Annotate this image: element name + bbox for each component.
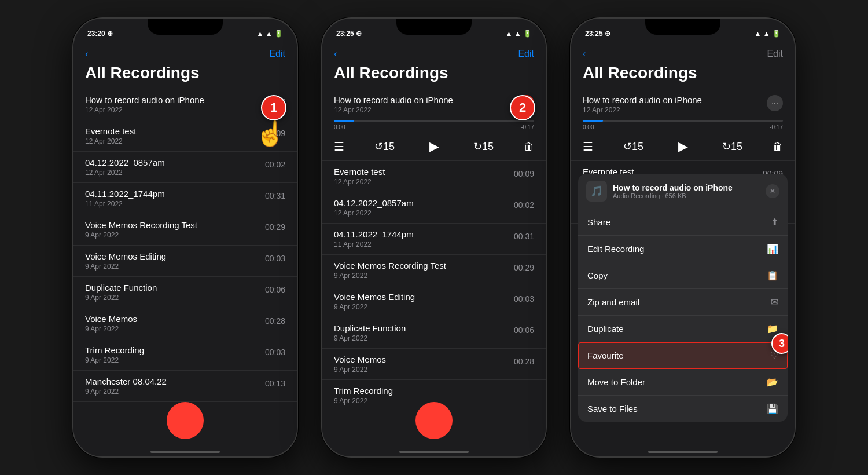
context-menu-subtitle: Audio Recording · 656 KB <box>613 192 733 199</box>
back-button-2[interactable]: ‹ <box>334 49 337 59</box>
play-button[interactable]: ▶ <box>425 137 443 156</box>
phone-3-frame: 23:25 ⊕ ▲ ▲ 🔋 ‹ Edit All Recordings How … <box>570 17 796 458</box>
status-icons-1: ▲ ▲ 🔋 <box>257 30 283 38</box>
status-time-2: 23:25 ⊕ <box>336 30 362 38</box>
context-menu-title: How to record audio on iPhone <box>613 183 733 192</box>
record-button-area-1 <box>73 402 297 445</box>
home-indicator-1 <box>150 451 220 453</box>
more-options-button-3[interactable]: ··· <box>767 95 783 111</box>
waveform: 0:00 -0:17 <box>322 118 546 133</box>
phone-1-frame: 23:20 ⊕ ▲ ▲ 🔋 ‹ Edit All Recordings 1 ☝ … <box>72 17 298 458</box>
step-badge-3: 3 <box>771 333 788 354</box>
page-title-2: All Recordings <box>322 61 546 89</box>
phone-2: 23:25 ⊕ ▲ ▲ 🔋 ‹ Edit All Recordings 2 Ho… <box>321 17 547 458</box>
record-button-1[interactable] <box>167 402 204 439</box>
playback-controls: ☰ ↺15 ▶ ↻15 🗑 <box>322 133 546 160</box>
edit-button-2[interactable]: Edit <box>518 49 534 59</box>
list-item[interactable]: Manchester 08.04.22 9 Apr 2022 00:13 <box>73 371 297 402</box>
play-button-3[interactable]: ▶ <box>674 137 692 156</box>
list-item[interactable]: Voice Memos 9 Apr 2022 00:28 <box>73 308 297 339</box>
list-item[interactable]: Evernote test 12 Apr 2022 00:09 <box>322 161 546 192</box>
home-indicator-2 <box>399 451 469 453</box>
status-icons-2: ▲ ▲ 🔋 <box>506 30 532 38</box>
tap-icon: ☝ <box>255 119 285 148</box>
list-item[interactable]: 04.11.2022_1744pm 11 Apr 2022 00:31 <box>322 224 546 255</box>
status-time-3: 23:25 ⊕ <box>585 30 610 38</box>
phone-1: 23:20 ⊕ ▲ ▲ 🔋 ‹ Edit All Recordings 1 ☝ … <box>72 17 298 458</box>
list-item[interactable]: Voice Memos 9 Apr 2022 00:28 <box>322 349 546 380</box>
record-button-area-2 <box>322 402 546 445</box>
move-to-folder-button[interactable]: Move to Folder 📂 <box>578 369 788 396</box>
copy-icon: 📋 <box>767 270 778 281</box>
duplicate-button[interactable]: Duplicate 📁 <box>578 316 788 342</box>
nav-bar-3: ‹ Edit <box>571 44 795 61</box>
copy-button[interactable]: Copy 📋 <box>578 262 788 289</box>
edit-recording-button[interactable]: Edit Recording 📊 <box>578 236 788 262</box>
home-indicator-3 <box>648 451 718 453</box>
phone-3: 23:25 ⊕ ▲ ▲ 🔋 ‹ Edit All Recordings How … <box>570 17 796 458</box>
status-time-1: 23:20 ⊕ <box>87 30 113 38</box>
screen-1: ‹ Edit All Recordings 1 ☝ How to record … <box>73 44 297 456</box>
forward-icon[interactable]: ↻15 <box>473 140 494 153</box>
delete-icon-3[interactable]: 🗑 <box>773 141 783 153</box>
phone-2-frame: 23:25 ⊕ ▲ ▲ 🔋 ‹ Edit All Recordings 2 Ho… <box>321 17 547 458</box>
list-item[interactable]: Duplicate Function 9 Apr 2022 00:06 <box>73 277 297 308</box>
edit-label-3: Edit <box>767 49 783 59</box>
page-title-1: All Recordings <box>73 61 297 89</box>
nav-bar-2: ‹ Edit <box>322 44 546 61</box>
list-item[interactable]: Voice Memos Editing 9 Apr 2022 00:03 <box>322 286 546 317</box>
context-menu: 🎵 How to record audio on iPhone Audio Re… <box>578 174 788 422</box>
screen-3: ‹ Edit All Recordings How to record audi… <box>571 44 795 456</box>
context-menu-file-icon: 🎵 <box>586 181 607 202</box>
context-menu-header: 🎵 How to record audio on iPhone Audio Re… <box>578 174 788 209</box>
step-badge-2: 2 <box>510 95 535 120</box>
move-folder-icon: 📂 <box>767 377 778 388</box>
rewind-icon[interactable]: ↺15 <box>374 140 395 153</box>
status-icons-3: ▲ ▲ 🔋 <box>755 30 781 38</box>
list-item[interactable]: 04.11.2022_1744pm 11 Apr 2022 00:31 <box>73 183 297 214</box>
back-button-1[interactable]: ‹ <box>85 49 88 59</box>
save-to-files-button[interactable]: Save to Files 💾 <box>578 396 788 422</box>
phone-1-notch <box>148 19 223 35</box>
favourite-button[interactable]: Favourite 3 ♡ <box>578 342 788 369</box>
phone-2-notch <box>396 19 472 35</box>
list-item[interactable]: Voice Memos Recording Test 9 Apr 2022 00… <box>322 255 546 286</box>
zip-email-icon: ✉ <box>771 297 778 308</box>
context-menu-close[interactable]: ✕ <box>766 184 779 198</box>
screen-2: ‹ Edit All Recordings 2 How to record au… <box>322 44 546 456</box>
list-item[interactable]: 04.12.2022_0857am 12 Apr 2022 00:02 <box>73 152 297 183</box>
share-icon: ⬆ <box>771 217 778 228</box>
recordings-list-2: Evernote test 12 Apr 2022 00:09 04.12.20… <box>322 161 546 411</box>
step-badge-1: 1 <box>261 95 286 120</box>
list-item[interactable]: Voice Memos Editing 9 Apr 2022 00:03 <box>73 246 297 277</box>
phone-3-notch <box>645 19 720 35</box>
edit-button-1[interactable]: Edit <box>269 49 285 59</box>
list-item[interactable]: 04.12.2022_0857am 12 Apr 2022 00:02 <box>322 192 546 224</box>
rewind-icon-3[interactable]: ↺15 <box>623 140 643 153</box>
zip-email-button[interactable]: Zip and email ✉ <box>578 289 788 316</box>
list-item[interactable]: Voice Memos Recording Test 9 Apr 2022 00… <box>73 214 297 246</box>
equalizer-icon[interactable]: ☰ <box>334 140 344 154</box>
equalizer-icon-3[interactable]: ☰ <box>583 140 593 154</box>
expanded-recording-3: How to record audio on iPhone 12 Apr 202… <box>571 89 795 161</box>
forward-icon-3[interactable]: ↻15 <box>722 140 742 153</box>
nav-bar-1: ‹ Edit <box>73 44 297 61</box>
edit-recording-icon: 📊 <box>767 243 778 254</box>
list-item[interactable]: Trim Recording 9 Apr 2022 00:03 <box>73 339 297 371</box>
page-title-3: All Recordings <box>571 61 795 89</box>
back-button-3[interactable]: ‹ <box>583 49 586 59</box>
waveform-3: 0:00 -0:17 <box>571 118 795 133</box>
save-files-icon: 💾 <box>767 403 778 414</box>
delete-icon[interactable]: 🗑 <box>524 141 534 153</box>
record-button-2[interactable] <box>415 402 453 439</box>
duplicate-icon: 📁 <box>767 323 778 334</box>
share-button[interactable]: Share ⬆ <box>578 209 788 236</box>
playback-controls-3: ☰ ↺15 ▶ ↻15 🗑 <box>571 133 795 160</box>
list-item[interactable]: Duplicate Function 9 Apr 2022 00:06 <box>322 317 546 349</box>
